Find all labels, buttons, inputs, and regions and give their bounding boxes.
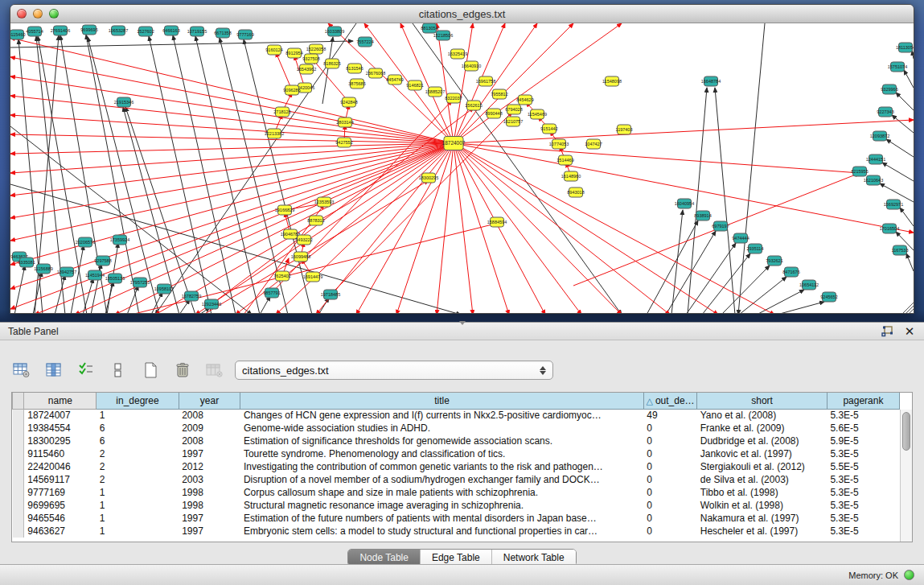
network-view-canvas[interactable]: 9115460405571427691406969969510653287152…	[10, 23, 914, 314]
graph-node[interactable]: 2935114	[746, 244, 763, 253]
new-column-icon[interactable]	[140, 360, 161, 381]
graph-node[interactable]: 9474444	[732, 233, 749, 243]
column-header-name[interactable]: name	[24, 393, 97, 409]
graph-node[interactable]: 13942757	[57, 267, 76, 277]
graph-node[interactable]: 17359924	[110, 235, 129, 245]
table-settings-icon[interactable]	[11, 360, 32, 381]
table-cell[interactable]: Disruption of a novel member of a sodium…	[240, 473, 643, 486]
graph-node[interactable]: 8938914	[694, 211, 711, 220]
graph-node[interactable]: 1197403	[615, 125, 632, 134]
table-cell[interactable]: 6	[97, 422, 179, 435]
graph-node[interactable]: 15885207	[425, 87, 445, 97]
graph-node[interactable]: 5493222	[295, 235, 312, 245]
graph-node[interactable]: 18300295	[419, 173, 438, 183]
column-header-year[interactable]: year	[179, 393, 240, 409]
graph-node[interactable]: 13505135	[105, 274, 125, 283]
graph-node[interactable]: 19718485	[321, 290, 340, 299]
table-cell[interactable]: Changes of HCN gene expression and I(f) …	[240, 409, 643, 422]
graph-node[interactable]: 1527602	[137, 27, 154, 36]
graph-node[interactable]: 16543962	[297, 64, 316, 74]
graph-node[interactable]: 9227343	[877, 107, 893, 117]
graph-node[interactable]: 16040954	[675, 199, 694, 208]
table-cell[interactable]: 2008	[179, 409, 240, 422]
table-cell[interactable]: 0	[643, 460, 697, 473]
table-cell[interactable]: 1997	[179, 447, 240, 460]
graph-node[interactable]: 11548098	[602, 76, 622, 86]
table-cell[interactable]: 1	[97, 512, 179, 525]
row-gutter-cell[interactable]	[13, 447, 24, 460]
table-row[interactable]: 946554611997Estimation of the future num…	[13, 512, 900, 525]
column-header-in-degree[interactable]: in_degree	[97, 393, 179, 409]
table-cell[interactable]: 19384554	[24, 422, 97, 435]
graph-node[interactable]: 23676068	[366, 68, 385, 78]
row-gutter-cell[interactable]	[13, 525, 24, 538]
graph-node[interactable]: 11156889	[34, 264, 53, 274]
graph-node[interactable]: 17957253	[130, 278, 150, 287]
table-cell[interactable]: 1997	[179, 512, 240, 525]
graph-node[interactable]: 20206576	[76, 237, 95, 247]
window-titlebar[interactable]: citations_edges.txt	[10, 5, 914, 23]
table-cell[interactable]: Tourette syndrome. Phenomenology and cla…	[240, 447, 643, 460]
graph-node[interactable]: 6466163	[162, 26, 179, 35]
table-cell[interactable]: 0	[643, 447, 697, 460]
table-cell[interactable]: 5.3E-5	[827, 486, 899, 499]
table-row[interactable]: 1830029562008Estimation of significance …	[13, 435, 900, 447]
row-gutter-cell[interactable]	[13, 486, 24, 499]
graph-node[interactable]: 10719155	[187, 27, 207, 36]
graph-node[interactable]: 8215955	[851, 167, 868, 176]
table-row[interactable]: 1456911722003Disruption of a novel membe…	[13, 473, 900, 486]
graph-node[interactable]: 17016504	[880, 224, 899, 233]
graph-node[interactable]: 1047427	[585, 139, 602, 149]
graph-node[interactable]: 8912954	[285, 48, 302, 58]
table-cell[interactable]: Genome-wide association studies in ADHD.	[240, 422, 643, 435]
graph-node[interactable]: 12093872	[870, 131, 889, 141]
row-gutter-cell[interactable]	[13, 473, 24, 486]
table-cell[interactable]: Estimation of significance thresholds fo…	[240, 435, 643, 447]
graph-node[interactable]: 16640910	[462, 61, 481, 71]
table-cell[interactable]: 18724007	[24, 409, 97, 422]
graph-node[interactable]: 16210757	[503, 117, 523, 126]
import-table-disabled-icon[interactable]	[204, 360, 225, 381]
table-cell[interactable]: de Silva et al. (2003)	[697, 473, 827, 486]
tab-edge-table[interactable]: Edge Table	[421, 550, 492, 566]
table-cell[interactable]: 1997	[179, 525, 240, 538]
graph-node[interactable]: 10653287	[109, 26, 128, 35]
graph-node[interactable]: 8990448	[485, 109, 502, 118]
citation-network-graph[interactable]: 9115460405571427691406969969510653287152…	[10, 23, 914, 314]
table-cell[interactable]: 0	[643, 473, 697, 486]
column-header-out-de-[interactable]: △out_de…	[643, 393, 697, 409]
row-gutter-cell[interactable]	[13, 499, 24, 512]
table-cell[interactable]: Investigating the contribution of common…	[240, 460, 643, 473]
graph-node[interactable]: 10958107	[154, 284, 174, 294]
table-cell[interactable]: 2003	[179, 473, 240, 486]
graph-node[interactable]: 8322037	[445, 93, 462, 103]
table-cell[interactable]: 2008	[179, 435, 240, 447]
table-cell[interactable]: 1998	[179, 499, 240, 512]
graph-node[interactable]: 3875685	[348, 79, 365, 89]
graph-node[interactable]: 15226058	[306, 44, 326, 54]
zoom-button[interactable]	[49, 9, 59, 19]
table-cell[interactable]: 1	[97, 486, 179, 499]
table-cell[interactable]: 0	[643, 486, 697, 499]
graph-node[interactable]: 16648784	[701, 76, 721, 86]
graph-node[interactable]: 18113054	[896, 43, 914, 52]
table-row[interactable]: 977716911998Corpus callosum shape and si…	[13, 486, 900, 499]
graph-node[interactable]: 9335081	[18, 257, 35, 267]
table-cell[interactable]: Wolkin et al. (1998)	[697, 499, 827, 512]
graph-node[interactable]: 16325419	[448, 49, 467, 59]
table-cell[interactable]: 5.3E-5	[827, 525, 899, 538]
close-button[interactable]	[17, 9, 27, 19]
graph-node[interactable]: 8454629	[516, 95, 533, 105]
table-cell[interactable]: 1	[97, 525, 179, 538]
table-row[interactable]: 1938455462009Genome-wide association stu…	[13, 422, 900, 435]
table-cell[interactable]: Hescheler et al. (1997)	[697, 525, 827, 538]
graph-node[interactable]: 6671358	[214, 28, 231, 38]
table-cell[interactable]: 0	[643, 499, 697, 512]
tab-node-table[interactable]: Node Table	[348, 550, 421, 566]
table-cell[interactable]: Tibbo et al. (1998)	[697, 486, 827, 499]
graph-node[interactable]: 8878312	[307, 216, 324, 225]
browse-columns-icon[interactable]	[43, 360, 64, 381]
graph-node[interactable]: 16961758	[476, 76, 495, 86]
graph-node[interactable]: 1514469	[556, 155, 573, 165]
table-cell[interactable]: 9699695	[24, 499, 97, 512]
